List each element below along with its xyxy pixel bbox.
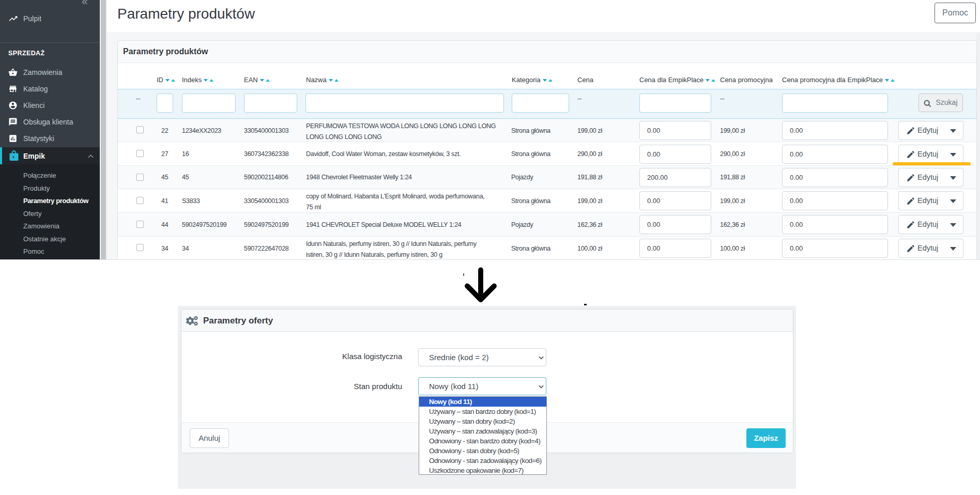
svg-text:›: › <box>12 153 14 160</box>
